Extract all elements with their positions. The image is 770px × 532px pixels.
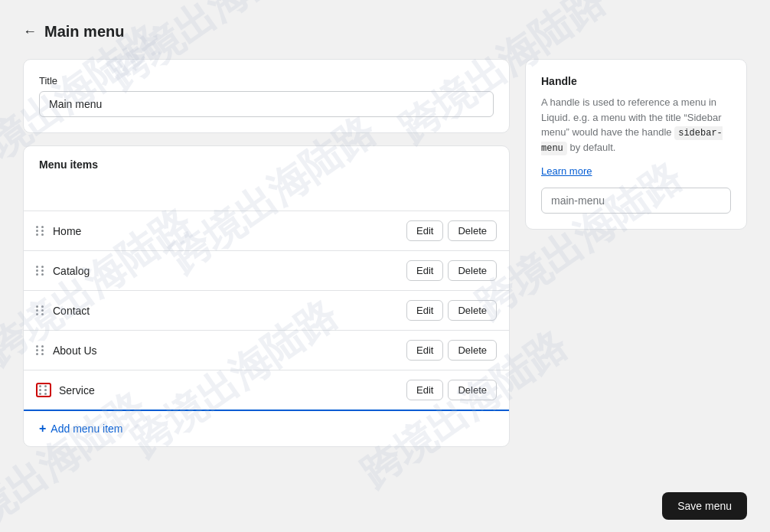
edit-catalog-button[interactable]: Edit (406, 260, 443, 281)
edit-home-button[interactable]: Edit (406, 220, 443, 241)
edit-contact-button[interactable]: Edit (406, 300, 443, 321)
menu-item-name-contact: Contact (53, 305, 399, 317)
item-actions-home: Edit Delete (406, 220, 497, 241)
drag-handle-home[interactable] (36, 226, 45, 236)
drag-handle-aboutus[interactable] (36, 345, 45, 355)
title-card: Title (23, 59, 510, 133)
add-item-row: + Add menu item (24, 410, 509, 446)
delete-contact-button[interactable]: Delete (448, 300, 497, 321)
drag-handle-contact[interactable] (36, 305, 45, 315)
menu-item-row-service: Service Edit Delete (24, 370, 509, 410)
delete-catalog-button[interactable]: Delete (448, 260, 497, 281)
delete-aboutus-button[interactable]: Delete (448, 340, 497, 361)
title-input[interactable] (39, 91, 494, 117)
edit-aboutus-button[interactable]: Edit (406, 340, 443, 361)
menu-item-row: Contact Edit Delete (24, 290, 509, 330)
item-actions-service: Edit Delete (406, 380, 497, 400)
right-column: Handle A handle is used to reference a m… (525, 59, 747, 230)
handle-input[interactable] (541, 188, 731, 214)
items-spacer (24, 180, 509, 211)
handle-card-title: Handle (541, 75, 731, 87)
drag-handle-service[interactable] (36, 383, 51, 397)
handle-input-container (541, 188, 731, 214)
menu-item-row: Catalog Edit Delete (24, 250, 509, 290)
back-button[interactable]: ← (23, 24, 37, 40)
menu-item-name-service: Service (59, 384, 399, 397)
item-actions-aboutus: Edit Delete (406, 340, 497, 361)
handle-description-text2: by default. (567, 142, 616, 153)
menu-item-name-home: Home (53, 225, 399, 237)
drag-handle-catalog[interactable] (36, 266, 45, 276)
menu-item-name-aboutus: About Us (53, 344, 399, 357)
menu-items-heading: Menu items (24, 146, 509, 180)
menu-item-name-catalog: Catalog (53, 265, 399, 277)
page-title: Main menu (44, 23, 124, 41)
learn-more-link[interactable]: Learn more (541, 165, 592, 177)
item-actions-catalog: Edit Delete (406, 260, 497, 281)
menu-items-card: Menu items Home Edit Del (23, 145, 510, 447)
left-column: Title Menu items Hom (23, 59, 510, 447)
main-layout: Title Menu items Hom (23, 59, 747, 447)
handle-card: Handle A handle is used to reference a m… (525, 59, 747, 230)
page-footer: Save menu (0, 480, 770, 532)
delete-home-button[interactable]: Delete (448, 220, 497, 241)
add-item-label: Add menu item (51, 423, 122, 435)
plus-icon: + (39, 422, 46, 436)
edit-service-button[interactable]: Edit (406, 380, 443, 400)
save-menu-button[interactable]: Save menu (662, 492, 747, 520)
title-label: Title (39, 75, 494, 86)
page-header: ← Main menu (23, 23, 747, 41)
item-actions-contact: Edit Delete (406, 300, 497, 321)
menu-item-row: About Us Edit Delete (24, 330, 509, 370)
handle-description: A handle is used to reference a menu in … (541, 95, 731, 155)
delete-service-button[interactable]: Delete (448, 380, 497, 400)
menu-item-row: Home Edit Delete (24, 211, 509, 250)
add-menu-item-button[interactable]: + Add menu item (39, 422, 123, 436)
